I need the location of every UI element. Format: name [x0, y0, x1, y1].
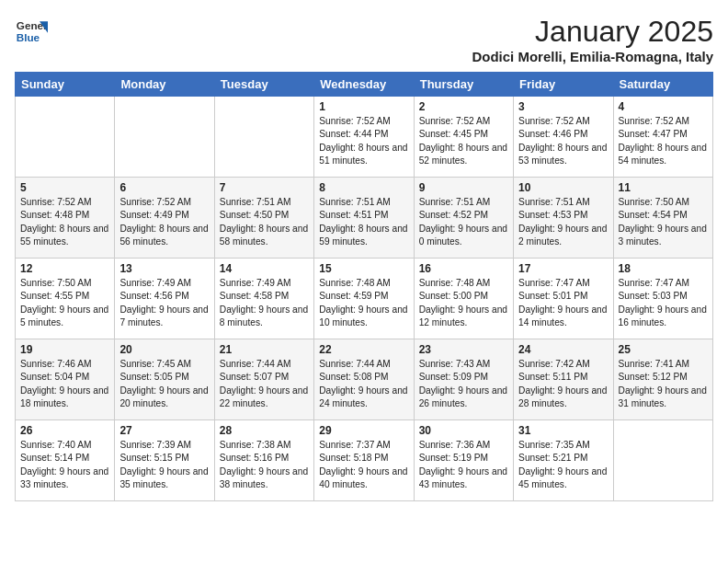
day-number: 28: [220, 424, 309, 437]
weekday-header-thursday: Thursday: [414, 73, 513, 97]
day-content: Sunrise: 7:49 AMSunset: 4:58 PMDaylight:…: [220, 277, 309, 329]
calendar-cell: 17Sunrise: 7:47 AMSunset: 5:01 PMDayligh…: [514, 259, 613, 339]
calendar-cell: 3Sunrise: 7:52 AMSunset: 4:46 PMDaylight…: [514, 97, 613, 178]
day-content: Sunrise: 7:48 AMSunset: 4:59 PMDaylight:…: [319, 277, 408, 329]
day-content: Sunrise: 7:44 AMSunset: 5:08 PMDaylight:…: [319, 358, 408, 410]
day-content: Sunrise: 7:41 AMSunset: 5:12 PMDaylight:…: [619, 358, 708, 410]
day-content: Sunrise: 7:47 AMSunset: 5:03 PMDaylight:…: [619, 277, 708, 329]
week-row-4: 19Sunrise: 7:46 AMSunset: 5:04 PMDayligh…: [16, 339, 713, 420]
calendar-cell: [214, 97, 313, 178]
day-content: Sunrise: 7:36 AMSunset: 5:19 PMDaylight:…: [419, 439, 508, 491]
logo: General Blue: [15, 15, 48, 48]
day-content: Sunrise: 7:50 AMSunset: 4:54 PMDaylight:…: [619, 196, 708, 248]
day-number: 22: [319, 343, 408, 356]
weekday-header-wednesday: Wednesday: [314, 73, 414, 97]
calendar-cell: 27Sunrise: 7:39 AMSunset: 5:15 PMDayligh…: [115, 420, 214, 501]
day-number: 3: [518, 100, 608, 113]
day-content: Sunrise: 7:44 AMSunset: 5:07 PMDaylight:…: [220, 358, 309, 410]
day-number: 12: [20, 262, 109, 275]
calendar-cell: 9Sunrise: 7:51 AMSunset: 4:52 PMDaylight…: [414, 178, 513, 259]
svg-text:Blue: Blue: [17, 31, 40, 43]
day-number: 10: [518, 181, 608, 194]
calendar-cell: [16, 97, 115, 178]
day-content: Sunrise: 7:40 AMSunset: 5:14 PMDaylight:…: [20, 439, 109, 491]
day-number: 20: [119, 343, 209, 356]
day-content: Sunrise: 7:52 AMSunset: 4:45 PMDaylight:…: [419, 115, 508, 167]
day-number: 2: [419, 100, 508, 113]
day-number: 7: [220, 181, 309, 194]
day-number: 23: [419, 343, 508, 356]
day-number: 27: [119, 424, 209, 437]
day-number: 26: [20, 424, 109, 437]
day-content: Sunrise: 7:47 AMSunset: 5:01 PMDaylight:…: [518, 277, 608, 329]
day-content: Sunrise: 7:51 AMSunset: 4:53 PMDaylight:…: [518, 196, 608, 248]
calendar-cell: 14Sunrise: 7:49 AMSunset: 4:58 PMDayligh…: [214, 259, 313, 339]
calendar-cell: 19Sunrise: 7:46 AMSunset: 5:04 PMDayligh…: [16, 339, 115, 420]
calendar-cell: [115, 97, 214, 178]
day-content: Sunrise: 7:37 AMSunset: 5:18 PMDaylight:…: [319, 439, 408, 491]
weekday-header-row: SundayMondayTuesdayWednesdayThursdayFrid…: [16, 73, 713, 97]
day-content: Sunrise: 7:50 AMSunset: 4:55 PMDaylight:…: [20, 277, 109, 329]
day-content: Sunrise: 7:52 AMSunset: 4:44 PMDaylight:…: [319, 115, 408, 167]
calendar-cell: 13Sunrise: 7:49 AMSunset: 4:56 PMDayligh…: [115, 259, 214, 339]
weekday-header-sunday: Sunday: [16, 73, 115, 97]
day-number: 25: [619, 343, 708, 356]
day-content: Sunrise: 7:39 AMSunset: 5:15 PMDaylight:…: [119, 439, 209, 491]
day-content: Sunrise: 7:45 AMSunset: 5:05 PMDaylight:…: [119, 358, 209, 410]
day-number: 31: [518, 424, 608, 437]
location: Dodici Morelli, Emilia-Romagna, Italy: [472, 49, 713, 64]
day-content: Sunrise: 7:51 AMSunset: 4:51 PMDaylight:…: [319, 196, 408, 248]
day-content: Sunrise: 7:51 AMSunset: 4:50 PMDaylight:…: [220, 196, 309, 248]
calendar-cell: 28Sunrise: 7:38 AMSunset: 5:16 PMDayligh…: [214, 420, 313, 501]
calendar-cell: 7Sunrise: 7:51 AMSunset: 4:50 PMDaylight…: [214, 178, 313, 259]
calendar-cell: 29Sunrise: 7:37 AMSunset: 5:18 PMDayligh…: [314, 420, 414, 501]
calendar-cell: 4Sunrise: 7:52 AMSunset: 4:47 PMDaylight…: [613, 97, 712, 178]
calendar-cell: 15Sunrise: 7:48 AMSunset: 4:59 PMDayligh…: [314, 259, 414, 339]
day-content: Sunrise: 7:46 AMSunset: 5:04 PMDaylight:…: [20, 358, 109, 410]
day-number: 4: [619, 100, 708, 113]
week-row-1: 1Sunrise: 7:52 AMSunset: 4:44 PMDaylight…: [16, 97, 713, 178]
day-number: 8: [319, 181, 408, 194]
weekday-header-tuesday: Tuesday: [214, 73, 313, 97]
day-number: 15: [319, 262, 408, 275]
calendar-cell: 18Sunrise: 7:47 AMSunset: 5:03 PMDayligh…: [613, 259, 712, 339]
day-content: Sunrise: 7:52 AMSunset: 4:49 PMDaylight:…: [119, 196, 209, 248]
calendar-cell: 23Sunrise: 7:43 AMSunset: 5:09 PMDayligh…: [414, 339, 513, 420]
calendar-cell: 31Sunrise: 7:35 AMSunset: 5:21 PMDayligh…: [514, 420, 613, 501]
day-content: Sunrise: 7:52 AMSunset: 4:48 PMDaylight:…: [20, 196, 109, 248]
day-number: 30: [419, 424, 508, 437]
calendar-cell: 6Sunrise: 7:52 AMSunset: 4:49 PMDaylight…: [115, 178, 214, 259]
day-number: 17: [518, 262, 608, 275]
day-content: Sunrise: 7:49 AMSunset: 4:56 PMDaylight:…: [119, 277, 209, 329]
week-row-5: 26Sunrise: 7:40 AMSunset: 5:14 PMDayligh…: [16, 420, 713, 501]
title-block: January 2025 Dodici Morelli, Emilia-Roma…: [472, 15, 713, 64]
calendar-cell: 21Sunrise: 7:44 AMSunset: 5:07 PMDayligh…: [214, 339, 313, 420]
day-number: 16: [419, 262, 508, 275]
calendar-cell: 12Sunrise: 7:50 AMSunset: 4:55 PMDayligh…: [16, 259, 115, 339]
logo-icon: General Blue: [15, 15, 48, 48]
day-content: Sunrise: 7:51 AMSunset: 4:52 PMDaylight:…: [419, 196, 508, 248]
day-content: Sunrise: 7:38 AMSunset: 5:16 PMDaylight:…: [220, 439, 309, 491]
day-number: 11: [619, 181, 708, 194]
calendar-cell: 5Sunrise: 7:52 AMSunset: 4:48 PMDaylight…: [16, 178, 115, 259]
calendar-cell: 1Sunrise: 7:52 AMSunset: 4:44 PMDaylight…: [314, 97, 414, 178]
weekday-header-monday: Monday: [115, 73, 214, 97]
calendar-cell: 25Sunrise: 7:41 AMSunset: 5:12 PMDayligh…: [613, 339, 712, 420]
calendar-cell: [613, 420, 712, 501]
day-number: 13: [119, 262, 209, 275]
weekday-header-saturday: Saturday: [613, 73, 712, 97]
day-number: 6: [119, 181, 209, 194]
calendar-cell: 2Sunrise: 7:52 AMSunset: 4:45 PMDaylight…: [414, 97, 513, 178]
day-content: Sunrise: 7:52 AMSunset: 4:46 PMDaylight:…: [518, 115, 608, 167]
calendar-cell: 22Sunrise: 7:44 AMSunset: 5:08 PMDayligh…: [314, 339, 414, 420]
day-number: 9: [419, 181, 508, 194]
day-content: Sunrise: 7:52 AMSunset: 4:47 PMDaylight:…: [619, 115, 708, 167]
calendar-cell: 24Sunrise: 7:42 AMSunset: 5:11 PMDayligh…: [514, 339, 613, 420]
day-number: 18: [619, 262, 708, 275]
day-content: Sunrise: 7:43 AMSunset: 5:09 PMDaylight:…: [419, 358, 508, 410]
day-content: Sunrise: 7:35 AMSunset: 5:21 PMDaylight:…: [518, 439, 608, 491]
calendar-cell: 20Sunrise: 7:45 AMSunset: 5:05 PMDayligh…: [115, 339, 214, 420]
day-content: Sunrise: 7:42 AMSunset: 5:11 PMDaylight:…: [518, 358, 608, 410]
day-number: 19: [20, 343, 109, 356]
weekday-header-friday: Friday: [514, 73, 613, 97]
